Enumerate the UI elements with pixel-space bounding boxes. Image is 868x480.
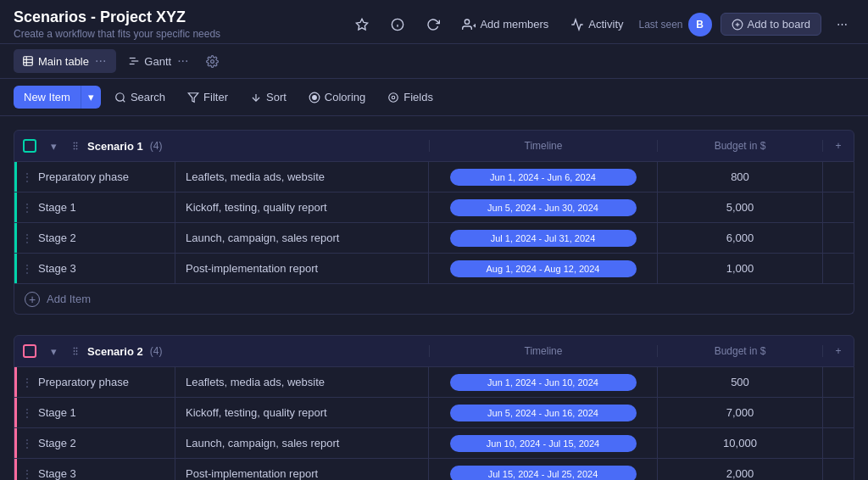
scenario-1-header: ▾ Scenario 1 (4) Timeline Budget in $ + [14, 130, 854, 162]
tab-main-table-dots[interactable]: ··· [93, 53, 108, 69]
svg-point-17 [211, 60, 214, 64]
row-color-bar [14, 254, 17, 283]
row-more[interactable] [823, 254, 854, 283]
row-timeline: Jun 10, 2024 - Jul 15, 2024 [429, 428, 658, 458]
tabs-bar: Main table ··· Gantt ··· [0, 44, 868, 79]
row-more[interactable] [823, 162, 854, 192]
svg-point-36 [74, 354, 75, 354]
filter-icon [187, 92, 199, 103]
svg-point-35 [76, 351, 77, 352]
timeline-bar: Aug 1, 2024 - Aug 12, 2024 [450, 260, 637, 277]
row-label-text: Preparatory phase [38, 170, 129, 183]
scenario-2-checkbox[interactable] [23, 344, 36, 358]
timeline-bar: Jul 15, 2024 - Jul 25, 2024 [450, 466, 637, 481]
plus-icon [732, 19, 743, 31]
table-icon [22, 55, 34, 67]
svg-marker-0 [357, 19, 368, 30]
svg-point-18 [116, 92, 124, 100]
row-color-bar-2 [14, 428, 17, 458]
table-row: ⋮ Stage 2 Launch, campaign, sales report… [14, 223, 854, 254]
activity-button[interactable]: Activity [564, 14, 630, 35]
add-to-board-button[interactable]: Add to board [721, 13, 821, 36]
search-button[interactable]: Search [106, 87, 174, 108]
row-more[interactable] [823, 398, 854, 427]
tab-gantt-label: Gantt [144, 55, 171, 68]
row-timeline: Jun 1, 2024 - Jun 10, 2024 [429, 367, 658, 397]
col-header-budget-1: Budget in $ [658, 140, 823, 152]
row-text: Leaflets, media ads, website [175, 367, 429, 397]
row-budget: 6,000 [658, 223, 823, 253]
row-budget: 500 [658, 367, 823, 397]
row-text: Post-implementation report [175, 459, 429, 480]
timeline-bar: Jun 1, 2024 - Jun 10, 2024 [450, 374, 637, 391]
row-text: Post-implementation report [175, 254, 429, 283]
row-text: Kickoff, testing, quality report [175, 193, 429, 222]
drag-handle-icon: ⋮ [21, 232, 33, 245]
row-label: ⋮ Stage 2 [14, 223, 175, 253]
scenario-2-add-col[interactable]: + [823, 345, 854, 357]
avatar: B [688, 13, 712, 36]
row-label-text: Stage 2 [38, 232, 76, 244]
row-more[interactable] [823, 367, 854, 397]
add-item-row-1[interactable]: + Add Item [14, 284, 854, 315]
svg-point-32 [74, 348, 75, 349]
tab-gantt[interactable]: Gantt ··· [120, 49, 198, 73]
search-icon [114, 92, 126, 103]
scenario-1-checkbox[interactable] [23, 139, 36, 153]
scenario-1-add-col[interactable]: + [823, 140, 854, 152]
new-item-label: New Item [14, 86, 81, 109]
refresh-icon [426, 18, 440, 31]
timeline-bar: Jun 10, 2024 - Jul 15, 2024 [450, 435, 637, 452]
row-timeline: Jul 1, 2024 - Jul 31, 2024 [429, 223, 658, 253]
row-label: ⋮ Stage 2 [14, 428, 175, 458]
row-budget: 10,000 [658, 428, 823, 458]
col-header-timeline-2: Timeline [429, 345, 658, 357]
row-label-text: Preparatory phase [38, 376, 129, 388]
row-budget: 5,000 [658, 193, 823, 222]
row-label: ⋮ Stage 3 [14, 459, 175, 480]
table-row: ⋮ Stage 1 Kickoff, testing, quality repo… [14, 398, 854, 428]
info-button[interactable] [384, 14, 411, 35]
add-members-label: Add members [480, 18, 548, 31]
row-label: ⋮ Stage 3 [14, 254, 175, 283]
gantt-icon [128, 55, 140, 67]
timeline-bar: Jun 5, 2024 - Jun 30, 2024 [450, 199, 637, 216]
scenario-1-label: Scenario 1 [87, 140, 143, 153]
new-item-dropdown-arrow[interactable]: ▾ [81, 86, 101, 109]
row-label-text: Stage 3 [38, 467, 76, 480]
scenario-1-collapse[interactable]: ▾ [45, 140, 62, 153]
star-button[interactable] [348, 14, 376, 35]
row-more[interactable] [823, 459, 854, 480]
row-budget: 2,000 [658, 459, 823, 480]
row-label: ⋮ Stage 1 [14, 193, 175, 222]
svg-point-25 [389, 92, 398, 102]
table-row: ⋮ Stage 1 Kickoff, testing, quality repo… [14, 193, 854, 223]
drag-handle-icon: ⋮ [21, 467, 33, 481]
last-seen: Last seen B [639, 13, 712, 36]
row-more[interactable] [823, 193, 854, 222]
row-more[interactable] [823, 428, 854, 458]
tab-gantt-dots[interactable]: ··· [175, 53, 190, 69]
sort-button[interactable]: Sort [242, 87, 295, 108]
refresh-button[interactable] [420, 14, 447, 35]
row-text: Leaflets, media ads, website [175, 162, 429, 192]
row-more[interactable] [823, 223, 854, 253]
fields-label: Fields [403, 91, 433, 103]
info-icon [391, 18, 404, 31]
coloring-button[interactable]: Coloring [300, 87, 374, 108]
svg-point-29 [76, 146, 77, 147]
svg-point-27 [76, 142, 77, 143]
fields-button[interactable]: Fields [379, 87, 442, 108]
row-text: Kickoff, testing, quality report [175, 398, 429, 427]
svg-line-19 [123, 99, 125, 102]
settings-button[interactable] [202, 50, 223, 72]
more-button[interactable]: ⋯ [830, 14, 854, 34]
filter-label: Filter [203, 91, 228, 103]
filter-button[interactable]: Filter [179, 87, 236, 108]
add-members-button[interactable]: Add members [455, 14, 555, 35]
scenario-2-collapse[interactable]: ▾ [45, 345, 62, 358]
row-timeline: Jun 5, 2024 - Jun 16, 2024 [429, 398, 658, 427]
activity-label: Activity [588, 18, 623, 31]
tab-main-table[interactable]: Main table ··· [14, 49, 116, 73]
new-item-button[interactable]: New Item ▾ [14, 86, 101, 109]
